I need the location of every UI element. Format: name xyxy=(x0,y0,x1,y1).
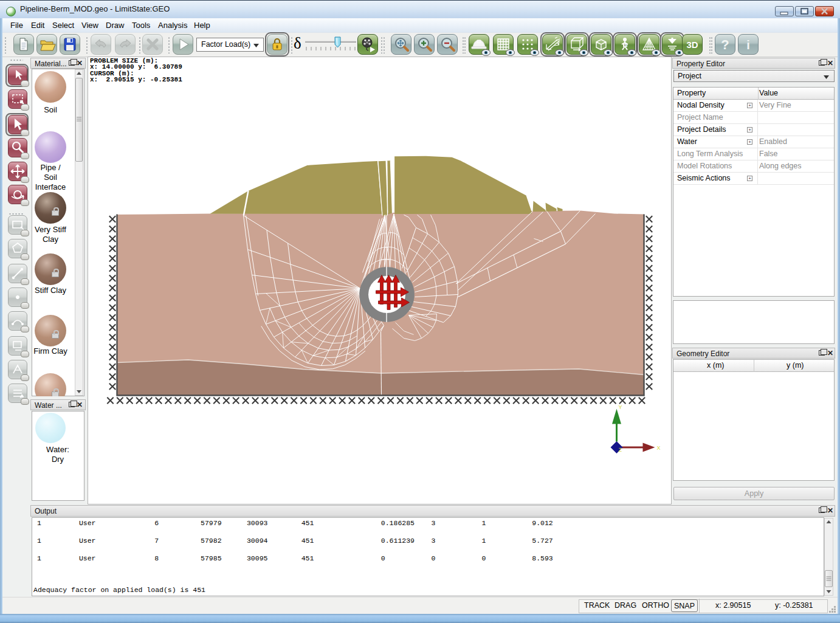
svg-text:Z: Z xyxy=(619,447,622,453)
svg-text:i: i xyxy=(746,38,750,52)
svg-text:?: ? xyxy=(721,37,729,52)
svg-text:1t: 1t xyxy=(624,43,627,47)
svg-text:Y: Y xyxy=(619,404,622,410)
svg-text:3D: 3D xyxy=(686,40,698,50)
svg-text:X: X xyxy=(657,445,661,451)
